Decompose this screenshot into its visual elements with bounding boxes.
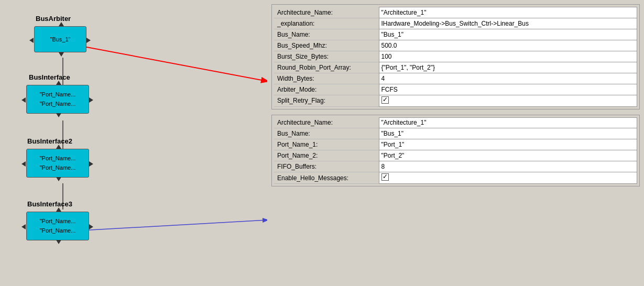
bus-interface-node[interactable]: "Port_Name... "Port_Name... [26, 85, 89, 114]
prop-label: Port_Name_2: [274, 150, 379, 161]
arrow-left-if2 [21, 161, 26, 167]
prop-value: "Port_2" [379, 150, 637, 161]
bus-interface3-node[interactable]: "Port_Name... "Port_Name... [26, 212, 89, 240]
arrow-up-if1 [56, 81, 61, 85]
bottom-table-row: Enable_Hello_Messages: [274, 172, 637, 184]
arrow-left-if1 [21, 97, 26, 103]
prop-label: Width_Bytes: [274, 73, 379, 84]
prop-label: Bus_Name: [274, 128, 379, 139]
prop-value: "Bus_1" [379, 128, 637, 139]
checked-checkbox[interactable] [381, 173, 389, 181]
arrow-left-bus1 [29, 38, 34, 43]
prop-label: _explanation: [274, 18, 379, 29]
prop-value: 8 [379, 161, 637, 172]
svg-line-4 [81, 220, 267, 230]
top-table-row: Arbiter_Mode:FCFS [274, 84, 637, 95]
top-table-row: Bus_Name:"Bus_1" [274, 29, 637, 40]
prop-value: FCFS [379, 84, 637, 95]
prop-label: Architecture_Name: [274, 117, 379, 128]
prop-value[interactable] [379, 95, 637, 106]
prop-value: IHardware_Modeling->Bus_Switch_Ctrl->Lin… [379, 18, 637, 29]
top-table-row: Burst_Size_Bytes:100 [274, 51, 637, 62]
bottom-table-row: Bus_Name:"Bus_1" [274, 128, 637, 139]
bus-interface-label: BusInterface [29, 73, 70, 81]
top-table-row: Width_Bytes:4 [274, 73, 637, 84]
arrow-up-if2 [56, 145, 61, 149]
arrow-up-if3 [56, 207, 61, 212]
arrow-right-bus1 [86, 38, 91, 43]
prop-label: Round_Robin_Port_Array: [274, 62, 379, 73]
arrow-down-if3 [56, 240, 61, 244]
bottom-prop-table: Architecture_Name:"Architecture_1"Bus_Na… [274, 117, 637, 184]
bottom-table-row: FIFO_Buffers:8 [274, 161, 637, 172]
diagram-panel: BusArbiter "Bus_1" BusInterface "Port_Na… [0, 0, 267, 286]
arrow-right-if1 [89, 97, 93, 103]
top-table-row: Bus_Speed_Mhz:500.0 [274, 40, 637, 51]
top-table-row: Split_Retry_Flag: [274, 95, 637, 106]
top-property-section: Architecture_Name:"Architecture_1"_expla… [271, 4, 640, 109]
prop-label: Split_Retry_Flag: [274, 95, 379, 106]
bottom-property-section: Architecture_Name:"Architecture_1"Bus_Na… [271, 115, 640, 187]
bottom-table-row: Architecture_Name:"Architecture_1" [274, 117, 637, 128]
bottom-table-row: Port_Name_2:"Port_2" [274, 150, 637, 161]
bus-interface2-label: BusInterface2 [27, 137, 72, 145]
bus-interface2-node[interactable]: "Port_Name... "Port_Name... [26, 149, 89, 178]
top-table-row: Round_Robin_Port_Array:{"Port_1", "Port_… [274, 62, 637, 73]
top-table-row: Architecture_Name:"Architecture_1" [274, 7, 637, 18]
prop-value: 100 [379, 51, 637, 62]
prop-value: {"Port_1", "Port_2"} [379, 62, 637, 73]
prop-value: 500.0 [379, 40, 637, 51]
arrow-left-if3 [21, 224, 26, 229]
prop-label: FIFO_Buffers: [274, 161, 379, 172]
bottom-table-row: Port_Name_1:"Port_1" [274, 139, 637, 150]
prop-value[interactable] [379, 172, 637, 184]
prop-label: Arbiter_Mode: [274, 84, 379, 95]
top-prop-table: Architecture_Name:"Architecture_1"_expla… [274, 7, 637, 107]
arrow-up-bus1 [59, 22, 64, 26]
prop-label: Burst_Size_Bytes: [274, 51, 379, 62]
bus-arbiter-label: BusArbiter [36, 15, 71, 23]
prop-value: "Port_1" [379, 139, 637, 150]
prop-value: "Architecture_1" [379, 117, 637, 128]
arrow-right-if3 [89, 224, 93, 229]
arrow-down-bus1 [59, 52, 64, 57]
prop-label: Bus_Name: [274, 29, 379, 40]
checked-checkbox[interactable] [381, 96, 389, 104]
arrow-down-if1 [56, 113, 61, 117]
prop-label: Bus_Speed_Mhz: [274, 40, 379, 51]
prop-value: "Architecture_1" [379, 7, 637, 18]
prop-label: Architecture_Name: [274, 7, 379, 18]
prop-value: 4 [379, 73, 637, 84]
bus-interface3-label: BusInterface3 [27, 200, 72, 208]
bus1-node[interactable]: "Bus_1" [34, 26, 86, 52]
svg-line-3 [81, 46, 267, 81]
prop-label: Enable_Hello_Messages: [274, 172, 379, 184]
prop-label: Port_Name_1: [274, 139, 379, 150]
top-table-row: _explanation:IHardware_Modeling->Bus_Swi… [274, 18, 637, 29]
arrow-right-if2 [89, 161, 93, 167]
prop-value: "Bus_1" [379, 29, 637, 40]
right-panel: Architecture_Name:"Architecture_1"_expla… [267, 0, 644, 286]
arrow-down-if2 [56, 177, 61, 181]
